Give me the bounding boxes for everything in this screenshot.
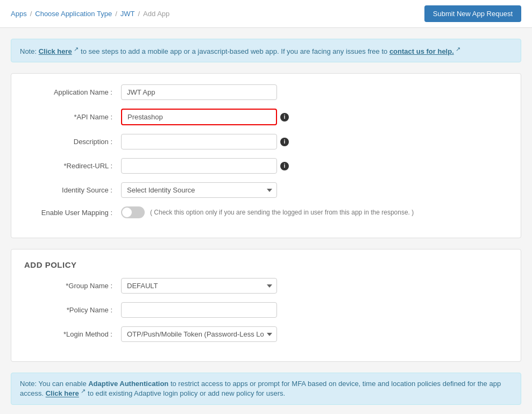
adaptive-note-bold: Adaptive Authentication xyxy=(88,380,168,388)
user-mapping-toggle[interactable] xyxy=(121,206,145,218)
ext-link-icon2: ↗ xyxy=(456,46,460,52)
info-note-box: Note: Click here ↗ to see steps to add a… xyxy=(11,39,521,62)
group-name-label: *Group Name : xyxy=(24,282,121,290)
adaptive-note-suffix: to edit existing Adaptive login policy o… xyxy=(88,390,285,398)
breadcrumb-apps[interactable]: Apps xyxy=(11,10,27,18)
submit-new-app-request-button[interactable]: Submit New App Request xyxy=(424,5,521,22)
application-name-row: Application Name : xyxy=(24,84,508,100)
description-info-icon[interactable]: i xyxy=(280,138,289,146)
toggle-description: ( Check this option only if you are send… xyxy=(150,209,414,216)
description-row: Description : i xyxy=(24,134,508,149)
app-form-card: Application Name : *API Name : i Descrip… xyxy=(11,73,521,238)
login-method-select[interactable]: OTP/Push/Mobile Token (Password-Less Log… xyxy=(121,326,277,342)
redirect-url-label: *Redirect-URL : xyxy=(24,162,121,170)
description-label: Description : xyxy=(24,138,121,146)
login-method-row: *Login Method : OTP/Push/Mobile Token (P… xyxy=(24,326,508,342)
breadcrumb-add-app: Add App xyxy=(143,10,169,18)
redirect-url-input[interactable] xyxy=(121,158,277,174)
info-note-middle: to see steps to add a mobile app or a ja… xyxy=(81,47,389,55)
policy-name-label: *Policy Name : xyxy=(24,306,121,314)
group-name-row: *Group Name : DEFAULT xyxy=(24,278,508,294)
ext-link-icon: ↗ xyxy=(74,46,79,52)
enable-user-mapping-label: Enable User Mapping : xyxy=(24,209,121,217)
info-note-prefix: Note: xyxy=(20,47,39,55)
top-bar: Apps / Choose Application Type / JWT / A… xyxy=(0,0,532,28)
add-policy-card: ADD POLICY *Group Name : DEFAULT *Policy… xyxy=(11,249,521,362)
identity-source-select[interactable]: Select Identity Source xyxy=(121,182,277,198)
application-name-input[interactable] xyxy=(121,84,277,100)
breadcrumb: Apps / Choose Application Type / JWT / A… xyxy=(11,10,169,18)
login-method-label: *Login Method : xyxy=(24,330,121,338)
redirect-url-info-icon[interactable]: i xyxy=(280,162,289,170)
policy-name-row: *Policy Name : xyxy=(24,302,508,318)
adaptive-click-here-link[interactable]: Click here xyxy=(46,390,79,398)
info-click-here-link[interactable]: Click here xyxy=(39,47,72,55)
add-policy-title: ADD POLICY xyxy=(24,260,508,269)
application-name-label: Application Name : xyxy=(24,88,121,96)
ext-link-icon3: ↗ xyxy=(81,388,86,394)
policy-name-input[interactable] xyxy=(121,302,277,318)
api-name-input[interactable] xyxy=(121,109,277,125)
contact-us-link[interactable]: contact us for help. xyxy=(389,47,454,55)
group-name-select[interactable]: DEFAULT xyxy=(121,278,277,294)
identity-source-label: Identity Source : xyxy=(24,186,121,194)
breadcrumb-jwt[interactable]: JWT xyxy=(120,10,135,18)
api-name-row: *API Name : i xyxy=(24,109,508,125)
description-input[interactable] xyxy=(121,134,277,149)
toggle-slider xyxy=(121,206,145,218)
main-content: Note: Click here ↗ to see steps to add a… xyxy=(0,28,532,414)
breadcrumb-choose-app-type[interactable]: Choose Application Type xyxy=(35,10,112,18)
api-name-label: *API Name : xyxy=(24,113,121,121)
enable-user-mapping-row: Enable User Mapping : ( Check this optio… xyxy=(24,206,508,218)
toggle-wrap: ( Check this option only if you are send… xyxy=(121,206,414,218)
identity-source-row: Identity Source : Select Identity Source xyxy=(24,182,508,198)
api-name-info-icon[interactable]: i xyxy=(280,113,289,122)
redirect-url-row: *Redirect-URL : i xyxy=(24,158,508,174)
adaptive-note-prefix: Note: You can enable xyxy=(20,380,88,388)
adaptive-auth-note: Note: You can enable Adaptive Authentica… xyxy=(11,373,521,404)
